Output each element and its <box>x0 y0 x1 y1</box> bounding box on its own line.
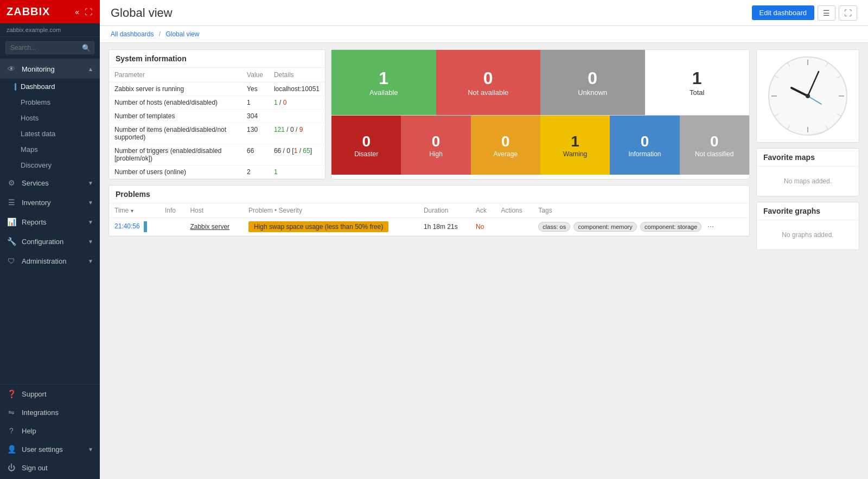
sidebar-item-reports[interactable]: 📊 Reports ▼ <box>0 212 100 232</box>
sev-disaster-label: Disaster <box>354 150 378 158</box>
col-tags: Tags <box>533 203 749 218</box>
sidebar-item-latest-data[interactable]: Latest data <box>0 126 100 142</box>
services-arrow: ▼ <box>88 180 93 186</box>
search-input[interactable] <box>5 41 94 54</box>
host-avail-grid: 1 Available 0 Not available 0 Unknown <box>331 50 749 115</box>
ha-unknown-count: 0 <box>588 68 597 88</box>
sidebar-collapse-button[interactable]: « <box>74 7 80 17</box>
sidebar-item-integrations[interactable]: ⇋ Integrations <box>0 403 100 421</box>
sidebar-item-dashboard[interactable]: Dashboard <box>0 79 100 94</box>
menu-icon-button[interactable]: ☰ <box>818 5 835 21</box>
sidebar-item-reports-label: Reports <box>22 218 82 226</box>
tag-class-os[interactable]: class: os <box>538 222 570 232</box>
severity-badge: High swap space usage (less than 50% fre… <box>248 221 388 232</box>
sidebar-item-administration[interactable]: 🛡 Administration ▼ <box>0 251 100 271</box>
row-value: 2 <box>241 165 269 179</box>
search-area: 🔍 <box>0 37 100 59</box>
sev-warning-label: Warning <box>563 150 587 158</box>
sev-not-classified-label: Not classified <box>695 150 733 158</box>
sev-average-label: Average <box>494 150 518 158</box>
time-indicator <box>144 221 147 232</box>
sev-warning-count: 1 <box>571 133 579 150</box>
sidebar-item-discovery[interactable]: Discovery <box>0 157 100 173</box>
sidebar-item-inventory-label: Inventory <box>22 199 82 207</box>
col-ack: Ack <box>470 203 495 218</box>
table-row: Number of hosts (enabled/disabled) 1 1 /… <box>109 96 325 110</box>
favorite-maps-empty: No maps added. <box>757 167 859 196</box>
row-value: 304 <box>241 110 269 123</box>
sidebar-item-sign-out[interactable]: ⏻ Sign out <box>0 458 100 477</box>
help-icon: ? <box>7 426 16 435</box>
sidebar-item-sign-out-label: Sign out <box>22 464 93 472</box>
prob-host: Zabbix server <box>184 218 243 236</box>
sidebar-item-monitoring[interactable]: 👁 Monitoring ▲ <box>0 59 100 79</box>
clock-svg <box>767 55 848 137</box>
tag-component-memory[interactable]: component: memory <box>573 222 636 232</box>
sev-information-label: Information <box>628 150 661 158</box>
row-details <box>269 110 325 123</box>
sidebar-expand-button[interactable]: ⛶ <box>84 7 93 17</box>
col-value: Value <box>241 68 269 82</box>
reports-arrow: ▼ <box>88 219 93 225</box>
fullscreen-button[interactable]: ⛶ <box>839 5 857 21</box>
user-settings-arrow: ▼ <box>88 446 93 452</box>
sidebar-item-configuration[interactable]: 🔧 Configuration ▼ <box>0 232 100 251</box>
sev-disaster-count: 0 <box>362 133 371 150</box>
prob-tags: class: os component: memory component: s… <box>533 218 749 236</box>
sev-high-count: 0 <box>432 133 441 150</box>
ha-total-label: Total <box>690 88 704 97</box>
breadcrumb-all-dashboards[interactable]: All dashboards <box>111 30 154 38</box>
col-info: Info <box>159 203 184 218</box>
configuration-arrow: ▼ <box>88 239 93 245</box>
sidebar-item-services-label: Services <box>22 179 82 187</box>
problems-table: Time ▾ Info Host Problem • Severity Dura… <box>109 203 749 236</box>
row-details: 1 / 0 <box>269 96 325 110</box>
sidebar-item-help[interactable]: ? Help <box>0 421 100 440</box>
row-param: Number of hosts (enabled/disabled) <box>109 96 241 110</box>
favorite-graphs-widget: Favorite graphs No graphs added. <box>756 202 859 250</box>
ha-not-available-label: Not available <box>468 88 508 97</box>
svg-point-16 <box>806 94 810 98</box>
prob-problem: High swap space usage (less than 50% fre… <box>243 218 418 236</box>
table-row: Zabbix server is running Yes localhost:1… <box>109 82 325 96</box>
top-row: System information Parameter Value Detai… <box>108 49 750 180</box>
row-value: 130 <box>241 123 269 144</box>
favorite-graphs-title: Favorite graphs <box>757 202 859 220</box>
logo-text: ZABBIX <box>7 5 50 18</box>
col-problem: Problem • Severity <box>243 203 418 218</box>
sev-information: 0 Information <box>610 116 679 175</box>
inventory-icon: ☰ <box>7 198 16 207</box>
sidebar-item-configuration-label: Configuration <box>22 238 82 246</box>
tag-component-storage[interactable]: component: storage <box>640 222 701 232</box>
sidebar-item-inventory[interactable]: ☰ Inventory ▼ <box>0 193 100 212</box>
sort-arrow: ▾ <box>131 208 133 214</box>
sev-information-count: 0 <box>641 133 649 150</box>
logo-area: ZABBIX « ⛶ <box>0 0 100 23</box>
host-availability-widget: 1 Available 0 Not available 0 Unknown <box>331 49 750 180</box>
edit-dashboard-button[interactable]: Edit dashboard <box>752 5 814 20</box>
prob-duration: 1h 18m 21s <box>418 218 470 236</box>
host-link[interactable]: Zabbix server <box>190 223 229 231</box>
sev-warning: 1 Warning <box>540 116 610 175</box>
support-icon: ❓ <box>7 389 16 398</box>
row-value: 66 <box>241 144 269 165</box>
sidebar-item-support[interactable]: ❓ Support <box>0 385 100 403</box>
content-area: System information Parameter Value Detai… <box>100 43 868 479</box>
administration-icon: 🛡 <box>7 257 16 265</box>
sidebar-item-problems[interactable]: Problems <box>0 94 100 110</box>
domain-label: zabbix.example.com <box>0 23 100 37</box>
user-icon: 👤 <box>7 445 16 454</box>
more-tags-button[interactable]: ⋯ <box>707 223 714 231</box>
row-param: Zabbix server is running <box>109 82 241 96</box>
favorite-maps-widget: Favorite maps No maps added. <box>756 148 859 196</box>
sidebar-item-maps[interactable]: Maps <box>0 142 100 157</box>
col-time[interactable]: Time ▾ <box>109 203 159 218</box>
prob-actions <box>495 218 533 236</box>
sev-not-classified: 0 Not classified <box>680 116 749 175</box>
sidebar-item-user-settings[interactable]: 👤 User settings ▼ <box>0 440 100 458</box>
administration-arrow: ▼ <box>88 258 93 264</box>
sidebar-item-hosts[interactable]: Hosts <box>0 110 100 126</box>
time-value[interactable]: 21:40:56 <box>114 222 140 230</box>
clock-display <box>757 50 859 142</box>
sidebar-item-services[interactable]: ⚙ Services ▼ <box>0 173 100 193</box>
